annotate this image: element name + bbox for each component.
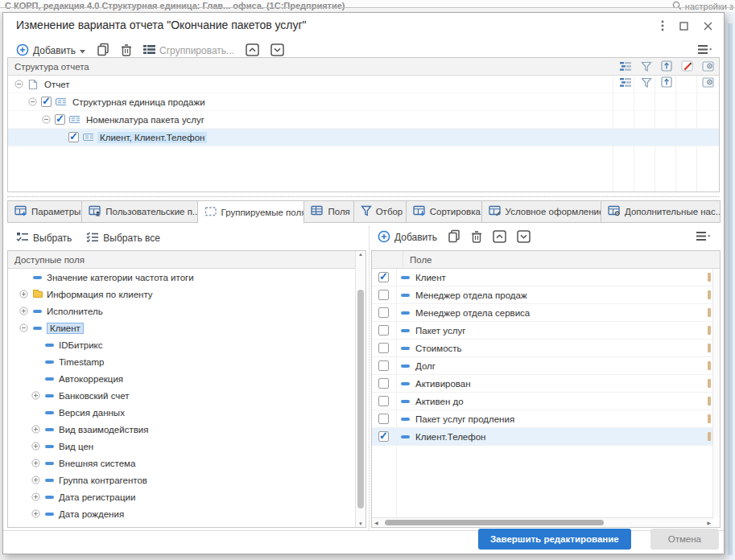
move-down-button[interactable] [270, 43, 284, 59]
filter-icon[interactable] [641, 61, 652, 73]
vertical-scrollbar[interactable]: ▲ ▼ [355, 251, 365, 527]
field-use-checkbox[interactable] [378, 290, 389, 300]
field-use-checkbox[interactable] [378, 414, 389, 424]
sort-icon[interactable] [661, 60, 672, 73]
tab-8[interactable]: Дополнительные нас... [601, 200, 721, 223]
field-more-actions-button[interactable] [696, 230, 711, 245]
tab-5[interactable]: Отбор [354, 200, 407, 223]
row-checkbox[interactable] [68, 132, 79, 142]
field-use-checkbox[interactable] [378, 431, 389, 442]
grouping-field-row[interactable]: Пакет услуг [372, 322, 713, 340]
grouping-field-row[interactable]: Менеджер отдела сервиса [372, 304, 713, 322]
grouping-field-row[interactable]: Клиент [372, 269, 713, 286]
field-icon [44, 479, 55, 482]
close-icon[interactable] [704, 22, 712, 31]
add-button[interactable]: Добавить [16, 43, 85, 59]
structure-row-label: Номенклатура пакета услуг [84, 114, 207, 126]
available-field-item[interactable]: Значение категории частота итоги [8, 269, 355, 286]
select-all-icon [86, 232, 99, 245]
structure-row[interactable]: Клиент, Клиент.Телефон [8, 129, 719, 146]
field-use-checkbox[interactable] [378, 325, 389, 336]
available-field-item[interactable]: Автокоррекция [8, 370, 355, 387]
field-add-button[interactable]: Добавить [378, 230, 437, 245]
available-field-item[interactable]: IDБитрикс [8, 336, 355, 353]
move-up-button[interactable] [246, 43, 259, 59]
structure-header-icons [619, 60, 714, 73]
field-use-checkbox[interactable] [378, 360, 389, 371]
add-icon [16, 43, 29, 59]
tab-label: Условное оформление [506, 207, 601, 216]
grouping-field-row[interactable]: Стоимость [372, 340, 713, 357]
available-field-item[interactable]: Клиент [8, 319, 355, 336]
row-checkbox[interactable] [55, 114, 65, 125]
field-delete-button[interactable] [471, 230, 482, 245]
field-icon [32, 327, 43, 330]
structure-row[interactable]: Структурная единица продажи [8, 93, 719, 111]
tab-1[interactable]: Параметры [7, 200, 82, 223]
tab-6[interactable]: Сортировка [407, 200, 482, 223]
conditional-format-icon[interactable] [681, 60, 693, 73]
horizontal-scrollbar[interactable]: ◀ ▶ [372, 517, 713, 527]
funnel-blue-icon [361, 205, 372, 218]
grouping-field-row[interactable]: Клиент.Телефон [372, 428, 713, 446]
grouping-field-row[interactable]: Менеджер отдела продаж [372, 286, 713, 304]
field-copy-button[interactable] [448, 229, 460, 245]
grouping-fields-icon[interactable] [619, 61, 632, 73]
appearance-settings-icon[interactable] [702, 61, 714, 73]
vertical-scroll-track[interactable] [712, 269, 720, 517]
available-field-item[interactable]: Группа контрагентов [8, 471, 355, 488]
field-use-checkbox[interactable] [378, 396, 389, 406]
available-field-item[interactable]: Вид взаимодействия [8, 421, 355, 438]
available-field-item[interactable]: Дата регистрации [8, 488, 355, 505]
row-checkbox[interactable] [41, 97, 52, 107]
more-actions-button[interactable] [697, 43, 712, 58]
available-field-item[interactable]: Имя [8, 522, 355, 527]
structure-header: Структура отчета [8, 58, 719, 76]
field-column-header: Поле [372, 251, 720, 269]
folder-icon [32, 291, 43, 298]
grouping-field-row[interactable]: Активирован [372, 375, 713, 393]
available-field-item[interactable]: Исполнитель [8, 303, 355, 319]
sort-icon [661, 76, 672, 89]
tab-2[interactable]: Пользовательские п... [82, 200, 197, 223]
scrollbar-thumb[interactable] [357, 290, 364, 509]
grouping-field-row[interactable]: Пакет услуг продления [372, 410, 713, 428]
tab-7[interactable]: Условное оформление [482, 200, 601, 223]
copy-button[interactable] [97, 43, 109, 59]
more-menu-icon[interactable] [661, 20, 664, 31]
field-label: Менеджер отдела продаж [415, 290, 527, 300]
available-field-item[interactable]: Версия данных [8, 404, 355, 421]
available-field-item[interactable]: Внешняя система [8, 455, 355, 471]
trash-icon [121, 43, 132, 59]
field-use-checkbox[interactable] [378, 378, 389, 389]
field-use-checkbox[interactable] [378, 272, 389, 282]
field-icon [44, 360, 55, 364]
available-field-item[interactable]: Timestamp [8, 353, 355, 370]
cancel-button[interactable]: Отмена [650, 529, 719, 550]
grouping-field-row[interactable]: Долг [372, 357, 713, 375]
select-button[interactable]: Выбрать [16, 232, 72, 245]
field-use-checkbox[interactable] [378, 343, 389, 353]
structure-row[interactable]: Отчет [8, 76, 719, 93]
structure-row[interactable]: Номенклатура пакета услуг [8, 111, 719, 129]
tab-3[interactable]: Группируемые поля [198, 200, 305, 224]
field-use-checkbox[interactable] [378, 307, 389, 318]
finish-editing-button[interactable]: Завершить редактирование [478, 529, 631, 550]
field-up-button[interactable] [493, 230, 506, 245]
maximize-icon[interactable] [679, 22, 688, 31]
field-icon [401, 294, 410, 297]
grouping-field-row[interactable]: Активен до [372, 393, 713, 410]
available-field-item[interactable]: Дата рождения [8, 505, 355, 522]
select-all-button[interactable]: Выбрать все [86, 232, 160, 245]
scrollbar-thumb[interactable] [385, 520, 604, 525]
available-field-item[interactable]: Вид цен [8, 438, 355, 455]
group-button[interactable]: Сгруппировать... [143, 44, 234, 57]
field-label: Вид цен [59, 442, 93, 451]
tab-4[interactable]: Поля [304, 200, 353, 223]
delete-button[interactable] [121, 43, 132, 59]
row-edge-mark [708, 273, 711, 282]
table-plus-icon [14, 205, 27, 218]
available-field-item[interactable]: Банковский счет [8, 387, 355, 404]
available-field-item[interactable]: Информация по клиенту [8, 286, 355, 303]
field-down-button[interactable] [517, 230, 531, 245]
